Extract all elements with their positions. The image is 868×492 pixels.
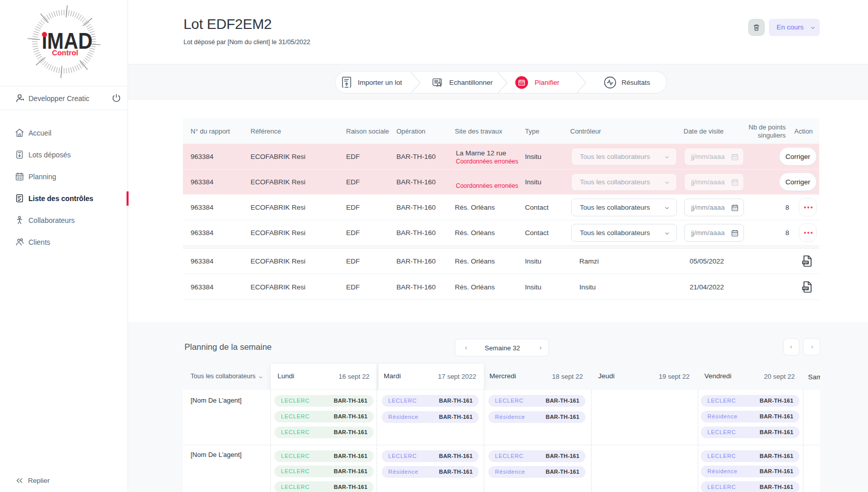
svg-text:PDF: PDF [803, 261, 808, 264]
svg-text:PDF: PDF [803, 287, 808, 290]
svg-text:Control: Control [52, 49, 78, 57]
